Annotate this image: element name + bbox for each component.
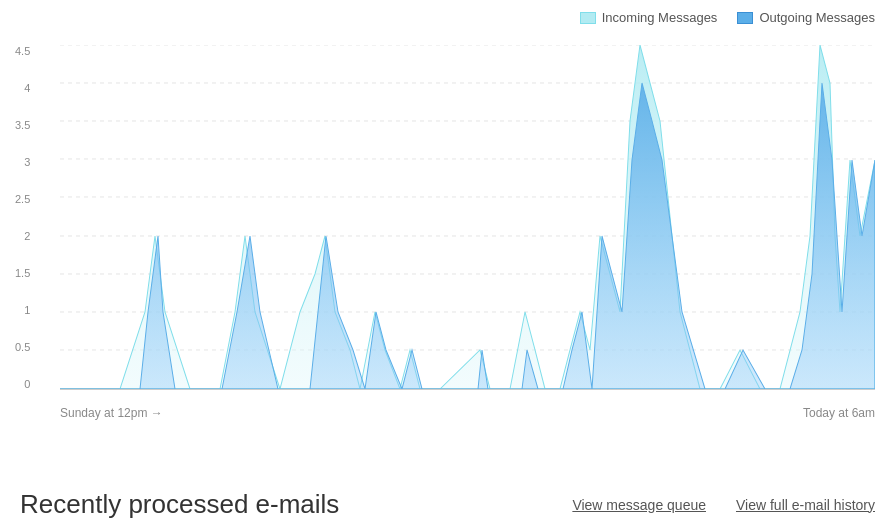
footer-links: View message queue View full e-mail hist… [572, 497, 875, 513]
page-title: Recently processed e-mails [20, 489, 532, 520]
chart-container: Incoming Messages Outgoing Messages 4.5 … [0, 0, 895, 450]
view-email-history-link[interactable]: View full e-mail history [736, 497, 875, 513]
x-label-start: Sunday at 12pm → [60, 406, 163, 420]
page-footer: Recently processed e-mails View message … [0, 489, 895, 520]
chart-area [60, 45, 875, 390]
y-label-4: 4 [24, 82, 30, 94]
y-label-3-5: 3.5 [15, 119, 30, 131]
x-axis-labels: Sunday at 12pm → Today at 6am [60, 406, 875, 420]
y-label-0: 0 [24, 378, 30, 390]
y-label-0-5: 0.5 [15, 341, 30, 353]
y-label-4-5: 4.5 [15, 45, 30, 57]
y-label-1: 1 [24, 304, 30, 316]
incoming-color-swatch [580, 12, 596, 24]
outgoing-color-swatch [737, 12, 753, 24]
y-label-3: 3 [24, 156, 30, 168]
chart-svg [60, 45, 875, 389]
y-label-2: 2 [24, 230, 30, 242]
outgoing-label: Outgoing Messages [759, 10, 875, 25]
incoming-label: Incoming Messages [602, 10, 718, 25]
incoming-area [60, 45, 875, 389]
legend-outgoing: Outgoing Messages [737, 10, 875, 25]
chart-legend: Incoming Messages Outgoing Messages [580, 10, 875, 25]
y-label-2-5: 2.5 [15, 193, 30, 205]
y-axis: 4.5 4 3.5 3 2.5 2 1.5 1 0.5 0 [15, 45, 30, 390]
y-label-1-5: 1.5 [15, 267, 30, 279]
view-message-queue-link[interactable]: View message queue [572, 497, 706, 513]
legend-incoming: Incoming Messages [580, 10, 718, 25]
x-label-end: Today at 6am [803, 406, 875, 420]
